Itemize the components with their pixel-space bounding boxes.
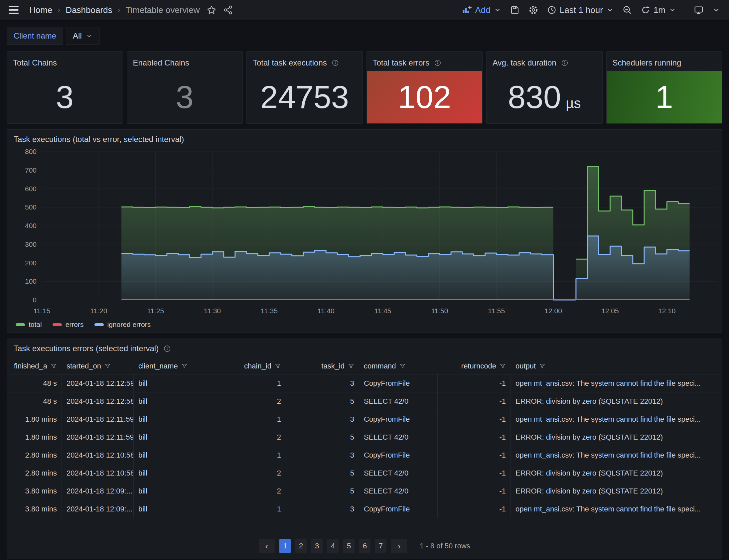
column-header-returncode[interactable]: returncode: [438, 358, 511, 374]
zoom-out-icon[interactable]: [622, 5, 632, 15]
stat-value: 3: [176, 81, 194, 113]
previous-page-button[interactable]: ‹: [259, 539, 275, 553]
add-button[interactable]: Add: [462, 5, 501, 15]
breadcrumb-item-dashboards[interactable]: Dashboards: [66, 5, 112, 15]
page-button-1[interactable]: 1: [279, 539, 291, 553]
chevron-down-icon[interactable]: [712, 6, 720, 14]
page-button-4[interactable]: 4: [327, 539, 339, 553]
errors-table: finished_astarted_onclient_namechain_idt…: [7, 358, 722, 518]
cell-task-id: 5: [286, 464, 359, 482]
cell-finished-a: 1.80 mins: [7, 428, 62, 446]
filter-icon[interactable]: [539, 363, 546, 370]
info-icon[interactable]: [332, 59, 339, 67]
stat-title[interactable]: Avg. task duration: [487, 52, 602, 71]
svg-text:0: 0: [33, 296, 37, 304]
save-icon[interactable]: [510, 5, 520, 15]
variables-row: Client name All: [7, 27, 722, 45]
info-icon[interactable]: [434, 59, 441, 67]
stat-title[interactable]: Total task errors: [367, 52, 483, 71]
cell-chain-id: 1: [210, 500, 286, 518]
divider: [685, 3, 685, 17]
cell-started-on: 2024-01-18 12:10:58: [62, 446, 134, 464]
stat-title[interactable]: Enabled Chains: [127, 52, 243, 71]
stat-value-area: 3: [127, 71, 243, 123]
cell-command: SELECT 42/0: [359, 428, 438, 446]
svg-text:300: 300: [25, 240, 37, 248]
filter-icon[interactable]: [499, 363, 506, 370]
stat-panel-enabled-chains: Enabled Chains3: [127, 51, 243, 124]
kiosk-monitor-icon[interactable]: [694, 5, 704, 15]
column-header-client-name[interactable]: client_name: [134, 358, 210, 374]
pagination-summary: 1 - 8 of 50 rows: [420, 542, 470, 550]
info-icon[interactable]: [163, 345, 171, 352]
svg-text:12:05: 12:05: [601, 307, 619, 315]
filter-icon[interactable]: [181, 363, 188, 370]
page-button-5[interactable]: 5: [343, 539, 355, 553]
column-header-command[interactable]: command: [359, 358, 438, 374]
stat-title[interactable]: Schedulers running: [607, 52, 722, 71]
column-header-chain-id[interactable]: chain_id: [210, 358, 286, 374]
filter-icon[interactable]: [399, 363, 406, 370]
cell-command: SELECT 42/0: [359, 464, 438, 482]
page-button-6[interactable]: 6: [359, 539, 370, 553]
share-icon[interactable]: [223, 5, 233, 15]
table-row: 3.80 mins2024-01-18 12:09:...bill25SELEC…: [7, 482, 722, 500]
time-range-picker[interactable]: Last 1 hour: [547, 5, 614, 15]
legend-item-ignored-errors[interactable]: ignored errors: [94, 321, 151, 329]
cell-returncode: -1: [438, 500, 511, 518]
cell-started-on: 2024-01-18 12:12:58: [62, 392, 134, 410]
menu-icon[interactable]: [9, 6, 19, 14]
stat-value: 3: [56, 81, 73, 113]
cell-started-on: 2024-01-18 12:11:59: [62, 410, 134, 428]
cell-returncode: -1: [438, 410, 511, 428]
cell-command: SELECT 42/0: [359, 482, 438, 500]
timeseries-panel-title[interactable]: Task executions (total vs error, selecte…: [14, 135, 184, 144]
page-button-7[interactable]: 7: [375, 539, 386, 553]
cell-started-on: 2024-01-18 12:09:...: [62, 482, 134, 500]
cell-finished-a: 2.80 mins: [7, 446, 62, 464]
cell-returncode: -1: [438, 464, 511, 482]
page-button-2[interactable]: 2: [295, 539, 307, 553]
filter-icon[interactable]: [50, 363, 57, 370]
column-header-output[interactable]: output: [511, 358, 722, 374]
info-icon[interactable]: [561, 59, 568, 67]
cell-chain-id: 2: [210, 392, 286, 410]
svg-text:12:00: 12:00: [544, 307, 562, 315]
timeseries-chart[interactable]: 010020030040050060070080011:1511:2011:25…: [7, 130, 722, 333]
filter-icon[interactable]: [348, 363, 355, 370]
table-row: 2.80 mins2024-01-18 12:10:58bill25SELECT…: [7, 464, 722, 482]
page-button-3[interactable]: 3: [311, 539, 323, 553]
cell-finished-a: 1.80 mins: [7, 410, 62, 428]
breadcrumb-item-home[interactable]: Home: [29, 5, 52, 15]
cell-command: CopyFromFile: [359, 410, 438, 428]
legend-item-total[interactable]: total: [16, 321, 42, 329]
column-header-started-on[interactable]: started_on: [62, 358, 134, 374]
stat-title[interactable]: Total task executions: [247, 52, 363, 71]
cell-chain-id: 2: [210, 428, 286, 446]
cell-client-name: bill: [134, 446, 210, 464]
table-row: 1.80 mins2024-01-18 12:11:59bill13CopyFr…: [7, 410, 722, 428]
errors-table-panel-title[interactable]: Task executions errors (selected interva…: [14, 344, 171, 353]
column-header-task-id[interactable]: task_id: [286, 358, 359, 374]
svg-text:100: 100: [25, 277, 37, 285]
cell-client-name: bill: [134, 410, 210, 428]
stats-row: Total Chains3Enabled Chains3Total task e…: [7, 51, 722, 124]
refresh-picker[interactable]: 1m: [641, 5, 676, 15]
table-row: 48 s2024-01-18 12:12:59bill13CopyFromFil…: [7, 374, 722, 392]
star-icon[interactable]: [207, 5, 217, 15]
cell-command: CopyFromFile: [359, 500, 438, 518]
cell-finished-a: 48 s: [7, 392, 62, 410]
filter-icon[interactable]: [274, 363, 281, 370]
next-page-button[interactable]: ›: [391, 539, 407, 553]
stat-title[interactable]: Total Chains: [7, 52, 123, 71]
client-name-filter-value[interactable]: All: [66, 27, 99, 45]
filter-icon[interactable]: [104, 363, 111, 370]
table-header-row: finished_astarted_onclient_namechain_idt…: [7, 358, 722, 374]
svg-text:600: 600: [25, 185, 37, 193]
table-row: 3.80 mins2024-01-18 12:09:...bill13CopyF…: [7, 500, 722, 518]
svg-text:11:30: 11:30: [204, 307, 221, 315]
settings-gear-icon[interactable]: [528, 5, 538, 15]
legend-item-errors[interactable]: errors: [53, 321, 84, 329]
stat-value: 830: [508, 81, 561, 113]
column-header-finished-a[interactable]: finished_a: [7, 358, 62, 374]
